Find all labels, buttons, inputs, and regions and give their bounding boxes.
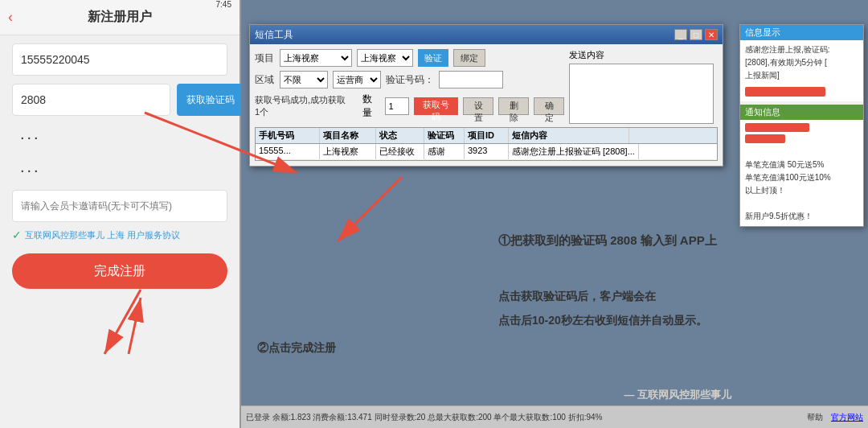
agree-label: 互联网风控那些事儿 上海 用户服务协议	[25, 229, 180, 241]
info-text: 感谢您注册上报,验证码:[2808],有效期为5分钟 [上报新闻]	[745, 43, 858, 82]
minimize-button[interactable]: _	[674, 29, 687, 40]
annotation-step2b: 点击后10-20秒左右收到短信并自动显示。	[498, 314, 707, 328]
cell-content: 感谢您注册上报验证码 [2808]...	[509, 144, 639, 159]
bottom-status-bar: 已登录 余额:1.823 消费余额:13.471 同时登录数:20 总最大获取数…	[241, 405, 868, 428]
count-input[interactable]	[385, 97, 409, 115]
back-button[interactable]: ‹	[8, 9, 13, 26]
get-number-button[interactable]: 获取号码	[414, 97, 459, 115]
info-content: 感谢您注册上报,验证码:[2808],有效期为5分钟 [上报新闻]	[740, 40, 863, 101]
notice-section: 通知信息 单笔充值满 50元送5% 单笔充值满100元送10% 以上封顶！ 新用…	[740, 105, 863, 226]
cell-code: 感谢	[424, 144, 465, 159]
verify-code-label: 验证号码：	[386, 73, 434, 87]
check-icon: ✓	[12, 228, 22, 241]
login-status: 已登录 余额:1.823 消费余额:13.471 同时登录数:20 总最大获取数…	[246, 412, 602, 423]
main-container: ‹ 新注册用户 7:45 获取验证码 ··· ··· ✓ 互联网风控那些事儿 上…	[0, 0, 868, 428]
get-code-button[interactable]: 获取验证码	[177, 84, 244, 116]
sms-tool-window: 短信工具 _ □ ✕ 项目 上海视察	[249, 24, 723, 167]
invite-code-input[interactable]	[12, 190, 227, 222]
cell-project-id: 3923	[465, 144, 509, 159]
settings-button[interactable]: 设置	[463, 97, 493, 115]
col-project-id: 项目ID	[465, 128, 509, 143]
phone-number-input[interactable]	[12, 43, 227, 76]
status-bar: 7:45	[216, 0, 231, 9]
window-body: 项目 上海视察 上海视察 验证 绑定 区域	[250, 44, 723, 166]
agree-text: ✓ 互联网风控那些事儿 上海 用户服务协议	[12, 228, 227, 241]
area-row: 区域 不限 运营商 验证号码：	[255, 71, 564, 88]
password-field: ···	[12, 124, 227, 150]
cell-status: 已经接收	[376, 144, 424, 159]
table-header: 手机号码 项目名称 状态 验证码 项目ID 短信内容	[256, 128, 717, 144]
watermark: — 互联网风控那些事儿	[624, 388, 731, 402]
notice-title: 通知信息	[740, 105, 863, 120]
area-label: 区域	[255, 73, 275, 87]
status-row: 获取号码成功,成功获取1个 数量 获取号码 设置 删除 确定	[255, 93, 564, 120]
table-row[interactable]: 15555... 上海视察 已经接收 感谢 3923 感谢您注册上报验证码 [2…	[256, 144, 717, 160]
confirm-button[interactable]: 确定	[534, 97, 564, 115]
help-link[interactable]: 帮助	[807, 412, 823, 423]
close-button[interactable]: ✕	[705, 29, 718, 40]
maximize-button[interactable]: □	[690, 29, 702, 40]
col-phone: 手机号码	[256, 128, 320, 143]
project-row: 项目 上海视察 上海视察 验证 绑定	[255, 49, 564, 67]
info-title: 信息显示	[740, 25, 863, 40]
code-row: 获取验证码	[12, 84, 227, 116]
operator-select[interactable]: 运营商	[333, 71, 381, 88]
col-project: 项目名称	[320, 128, 376, 143]
verify-button[interactable]: 验证	[418, 49, 448, 67]
project-label: 项目	[255, 51, 275, 65]
phone-title: 新注册用户	[88, 9, 152, 26]
send-content-label: 发送内容	[569, 49, 718, 61]
status-text: 获取号码成功,成功获取1个	[255, 94, 350, 118]
delete-button[interactable]: 删除	[498, 97, 529, 115]
verify-code-field[interactable]	[439, 71, 503, 88]
cell-project: 上海视察	[320, 144, 376, 159]
annotation-step1: ①把获取到的验证码 2808 输入到 APP上	[498, 233, 717, 249]
bind-button[interactable]: 绑定	[453, 49, 485, 67]
window-controls: _ □ ✕	[674, 29, 718, 40]
phone-content: 获取验证码 ··· ··· ✓ 互联网风控那些事儿 上海 用户服务协议 完成注册	[0, 35, 240, 428]
desktop-panel: 短信工具 _ □ ✕ 项目 上海视察	[241, 0, 868, 428]
confirm-password-field: ···	[12, 157, 227, 183]
sms-window-titlebar: 短信工具 _ □ ✕	[250, 25, 723, 44]
info-window: 信息显示 感谢您注册上报,验证码:[2808],有效期为5分钟 [上报新闻] 通…	[739, 24, 864, 227]
verification-code-input[interactable]	[12, 84, 170, 116]
sms-table: 手机号码 项目名称 状态 验证码 项目ID 短信内容 15555... 上海视察…	[255, 127, 718, 161]
col-code: 验证码	[424, 128, 465, 143]
annotation-step2: 点击获取验证码后，客户端会在	[498, 290, 656, 304]
notice-content: 单笔充值满 50元送5% 单笔充值满100元送10% 以上封顶！ 新用户9.5折…	[740, 120, 863, 226]
complete-register-button[interactable]: 完成注册	[12, 253, 227, 289]
col-status: 状态	[376, 128, 424, 143]
area-select[interactable]: 不限	[280, 71, 328, 88]
count-label: 数量	[362, 93, 380, 120]
phone-header: ‹ 新注册用户 7:45	[0, 0, 240, 35]
col-content: 短信内容	[509, 128, 629, 143]
phone-panel: ‹ 新注册用户 7:45 获取验证码 ··· ··· ✓ 互联网风控那些事儿 上…	[0, 0, 241, 428]
channel-select[interactable]: 上海视察	[357, 49, 413, 67]
sms-window-title: 短信工具	[255, 28, 293, 42]
official-link[interactable]: 官方网站	[831, 412, 863, 423]
project-select[interactable]: 上海视察	[280, 49, 352, 67]
annotation-step3: ②点击完成注册	[257, 341, 336, 356]
cell-phone: 15555...	[256, 144, 320, 159]
send-content-textarea[interactable]	[569, 64, 714, 124]
